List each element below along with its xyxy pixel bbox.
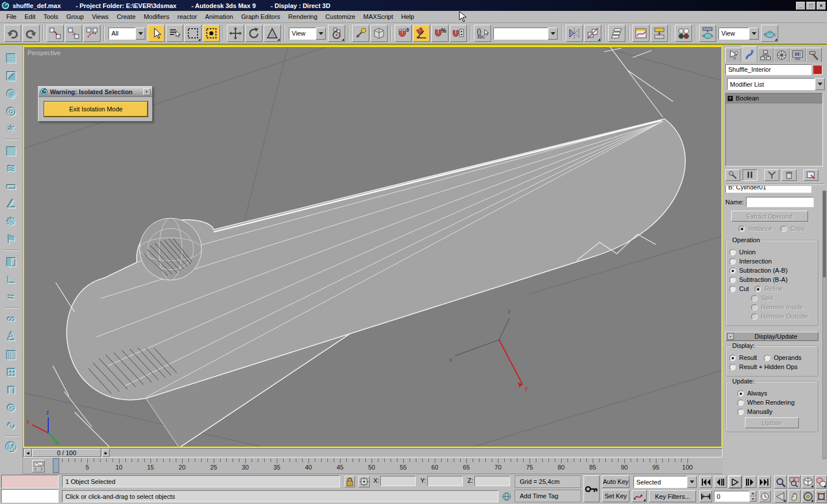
previous-frame-arrow[interactable]: ◄ [24,449,32,457]
zoom-extents-all-button[interactable] [816,475,827,489]
damper-icon[interactable]: ▭ [2,177,21,195]
water-icon[interactable]: ≈ [2,288,21,305]
select-and-manipulate-button[interactable] [352,25,369,42]
material-editor-button[interactable] [675,25,692,42]
previous-frame-button[interactable] [714,476,726,488]
dropdown-arrow-icon[interactable] [136,28,145,40]
copy-radio[interactable] [780,226,787,232]
wheel-icon[interactable]: ⊛ [2,399,21,416]
go-to-end-button[interactable] [758,476,771,488]
menu-modifiers[interactable]: Modifiers [140,11,173,22]
exit-isolation-mode-button[interactable]: Exit Isolation Mode [44,102,148,117]
update-when-rendering-option[interactable]: When Rendering [737,399,814,406]
tab-display[interactable] [790,48,806,62]
current-frame-indicator[interactable] [53,458,59,473]
maximize-viewport-toggle[interactable] [816,490,827,503]
key-mode-toggle[interactable] [700,490,712,502]
rope-collection-icon[interactable]: ◎ [2,102,21,119]
zoom-button[interactable] [774,475,787,489]
angular-damper-icon[interactable]: ∠ [2,195,21,212]
dialog-close-icon[interactable]: ▪ [143,88,150,95]
window-crossing-toggle[interactable] [203,25,220,42]
mirror-button[interactable] [566,25,583,42]
select-by-name-button[interactable] [166,25,183,42]
dropdown-arrow-icon[interactable] [316,28,326,40]
object-color-swatch[interactable] [813,65,822,75]
cut-split-option[interactable]: Split [751,294,814,301]
keyboard-shortcut-override-toggle[interactable] [370,25,388,42]
menu-help[interactable]: Help [397,11,419,22]
attach-to-deforming-mesh-icon[interactable]: ⊓ [2,381,21,398]
wind-icon[interactable]: ⚑ [2,231,21,248]
make-unique-button[interactable] [764,169,779,181]
tab-motion[interactable] [774,48,790,62]
quick-render-button[interactable] [761,25,778,42]
configure-modifier-sets-button[interactable] [803,169,818,181]
absolute-offset-toggle[interactable] [358,476,370,487]
restore-button[interactable]: □ [806,2,816,10]
toy-car-icon[interactable]: ◧ [2,253,21,270]
cut-remove-outside-option[interactable]: Remove Outside [751,313,814,320]
y-coordinate-field[interactable] [427,476,463,486]
menu-reactor[interactable]: reactor [173,11,201,22]
viewport-perspective[interactable]: x z y x z y Perspective Warning: Isolate… [23,46,722,448]
pan-view-button[interactable] [788,490,801,503]
menu-graph-editors[interactable]: Graph Editors [237,11,284,22]
snaps-toggle-button[interactable]: 3 [395,25,412,42]
align-button[interactable] [584,25,601,42]
spinner-down-icon[interactable]: ▼ [749,497,756,502]
op-intersection-option[interactable]: Intersection [729,258,814,265]
show-end-result-button[interactable] [743,169,758,181]
time-configuration-button[interactable] [759,490,771,502]
cut-refine-radio[interactable] [755,286,761,292]
display-result-hidden-option[interactable]: Result + Hidden Ops [729,363,814,370]
panel-scrollbar-thumb[interactable] [823,191,826,277]
menu-file[interactable]: File [2,11,21,22]
cloth-collection-icon[interactable]: ◪ [2,67,21,84]
menu-views[interactable]: Views [88,11,113,22]
unlink-selection-button[interactable] [65,25,82,42]
dropdown-arrow-icon[interactable] [815,78,825,90]
plane-primitive-icon[interactable]: ▩ [2,142,21,159]
redo-button[interactable] [22,25,40,42]
next-frame-arrow[interactable]: ► [102,449,110,457]
key-filters-button[interactable]: Key Filters... [649,490,696,502]
extract-operand-button[interactable]: Extract Operand [731,211,808,222]
time-slider-thumb[interactable]: 0 / 100 [32,449,101,457]
op-union-option[interactable]: Union [729,249,814,255]
spinner-up-icon[interactable]: ▲ [749,491,756,497]
mesh-preview-icon[interactable]: Ⓜ [2,439,21,456]
operand-list-clipped[interactable]: B: Cylinder01 [725,186,818,193]
use-pivot-point-center-button[interactable] [328,25,345,42]
track-bar[interactable]: 0510152025303540455055606570758085909510… [23,458,722,474]
tab-utilities[interactable] [806,48,822,62]
selection-lock-toggle[interactable] [345,476,355,487]
maxscript-mini-listener-pink[interactable] [1,475,59,489]
object-name-field[interactable]: Shuffle_Interior [725,64,811,75]
select-and-rotate-button[interactable] [245,25,262,42]
render-type-dropdown[interactable]: View [718,28,759,40]
named-selection-dropdown[interactable] [493,28,558,40]
update-button[interactable]: Update [745,417,799,428]
schematic-view-button[interactable] [651,25,668,42]
track-bar-ruler[interactable]: 0510152025303540455055606570758085909510… [23,458,722,474]
dropdown-arrow-icon[interactable] [687,476,697,488]
dialog-title-bar[interactable]: Warning: Isolated Selection ▪ [38,87,152,97]
undo-button[interactable] [4,25,21,42]
menu-animation[interactable]: Animation [201,11,237,22]
update-manually-option[interactable]: Manually [737,408,814,415]
display-result-radio[interactable] [729,355,736,361]
arc-rotate-button[interactable] [802,490,814,503]
bind-to-space-warp-button[interactable] [83,25,101,42]
set-key-button[interactable]: Set Key [602,490,629,502]
menu-create[interactable]: Create [113,11,140,22]
curve-editor-button[interactable] [632,25,650,42]
remove-modifier-button[interactable] [782,169,797,181]
motor-icon[interactable]: ☸ [2,213,21,230]
selection-set-dropdown[interactable]: Selected [633,476,697,488]
display-update-rollout-header[interactable]: - Display/Update [725,332,818,341]
add-time-tag[interactable]: Add Time Tag [515,490,581,502]
layer-manager-button[interactable] [608,25,625,42]
dropdown-arrow-icon[interactable] [749,28,759,40]
menu-customize[interactable]: Customize [322,11,360,22]
